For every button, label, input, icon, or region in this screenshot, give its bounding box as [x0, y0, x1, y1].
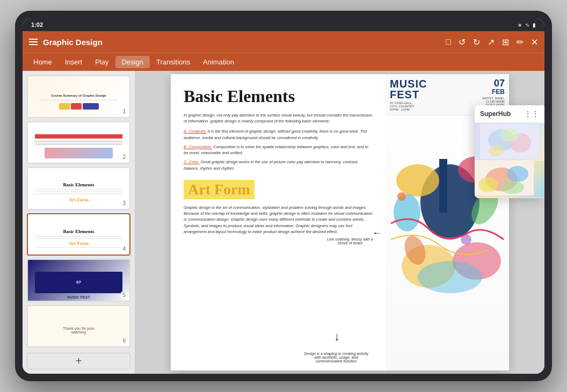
- music-venue: AT STAR HALL,CITY, COUNTRY07PM - 11PM: [390, 101, 427, 111]
- superhub-preview-2: [475, 161, 534, 195]
- art-form-title: Art Form: [184, 180, 255, 199]
- slide-section-composition: B. Composition: Composition is to solve …: [184, 144, 373, 156]
- slide-preview-5: 07 MUSIC FEST: [28, 260, 129, 302]
- creativity-label: A. Creativity:: [184, 129, 207, 134]
- title-bar-left: Graphic Design: [29, 38, 440, 47]
- status-bar: 1:02 ∗ ∿ ▮: [23, 18, 544, 31]
- arrow-down-icon: ↓: [334, 330, 340, 344]
- svg-point-17: [488, 146, 504, 156]
- status-icons: ∗ ∿ ▮: [518, 22, 536, 28]
- main-area: Course Summary of Graphic Design 1: [23, 71, 544, 374]
- slide-preview-2: [28, 122, 129, 164]
- battery-icon: ▮: [533, 22, 536, 28]
- slide-main-title: Basic Elements: [184, 87, 373, 106]
- new-file-icon[interactable]: □: [446, 37, 451, 47]
- title-bar: Graphic Design □ ↺ ↻ ↗ ⊞ ✏ ✕: [23, 31, 544, 53]
- menu-play[interactable]: Play: [89, 56, 115, 68]
- svg-point-4: [394, 194, 420, 231]
- bluetooth-icon: ∗: [518, 22, 522, 28]
- time-display: 1:02: [31, 21, 43, 28]
- canvas-area: Basic Elements In graphic design, not on…: [135, 71, 544, 374]
- color-text: Good graphic design works in the use of …: [184, 159, 358, 170]
- add-slide-button[interactable]: +: [27, 353, 130, 369]
- superhub-item-2[interactable]: [475, 161, 544, 198]
- svg-point-21: [478, 177, 498, 192]
- music-artist-info: ARTIST, BAND,CLUB NAMEGOES HERE: [482, 97, 505, 106]
- annotation-right: Line outlining. Messy with a sense of be…: [323, 237, 377, 245]
- superhub-panel: SuperHub ⋮⋮: [475, 105, 544, 198]
- creativity-text: It is the first element of graphic desig…: [184, 129, 367, 140]
- slide-panel: Course Summary of Graphic Design 1: [23, 71, 135, 374]
- pen-icon[interactable]: ✏: [517, 37, 524, 47]
- slide-thumb-2[interactable]: 2: [27, 121, 130, 164]
- svg-point-7: [418, 261, 482, 293]
- wifi-icon: ∿: [525, 22, 529, 28]
- slide-thumb-1[interactable]: Course Summary of Graphic Design 1: [27, 75, 130, 118]
- slide-section-color: C. Color: Good graphic design works in t…: [184, 159, 373, 171]
- app-title: Graphic Design: [43, 38, 103, 47]
- undo-icon[interactable]: ↺: [459, 37, 466, 47]
- composition-label: B. Composition:: [184, 144, 212, 149]
- superhub-item-1[interactable]: [475, 123, 544, 161]
- superhub-items: [475, 123, 544, 198]
- superhub-header: SuperHub ⋮⋮: [475, 105, 544, 123]
- music-date-block: 07 FEB ARTIST, BAND,CLUB NAMEGOES HERE: [482, 78, 505, 106]
- slide-thumb-5[interactable]: 07 MUSIC FEST 5: [27, 259, 130, 302]
- title-bar-right: □ ↺ ↻ ↗ ⊞ ✏ ✕: [446, 37, 538, 47]
- svg-point-20: [507, 166, 528, 182]
- menu-transitions[interactable]: Transitions: [150, 56, 197, 68]
- menu-design[interactable]: Design: [115, 56, 150, 68]
- music-date-month: FEB: [482, 88, 505, 96]
- music-fest-title: MUSICFEST: [390, 78, 427, 100]
- color-label: C. Color:: [184, 159, 200, 164]
- art-form-body: Graphic design is the art of communicati…: [184, 205, 373, 235]
- slide-content-left: Basic Elements In graphic design, not on…: [171, 74, 386, 371]
- tablet-frame: 1:02 ∗ ∿ ▮ Graphic Design □ ↺ ↻ ↗ ⊞ ✏: [15, 11, 552, 381]
- svg-point-10: [461, 234, 471, 245]
- hamburger-menu[interactable]: [29, 39, 38, 45]
- superhub-preview-1: [480, 124, 539, 159]
- tablet-screen: 1:02 ∗ ∿ ▮ Graphic Design □ ↺ ↻ ↗ ⊞ ✏: [23, 18, 544, 374]
- svg-point-16: [500, 128, 519, 141]
- music-title-block: MUSICFEST AT STAR HALL,CITY, COUNTRY07PM…: [390, 78, 427, 111]
- music-date-day: 07: [482, 78, 505, 88]
- slide-preview-6: Thank you for yourwatching: [28, 306, 129, 348]
- slide-canvas: Basic Elements In graphic design, not on…: [171, 74, 509, 371]
- slide-preview-4: Basic Elements Art Form: [28, 214, 129, 256]
- slide-thumb-6[interactable]: Thank you for yourwatching 6: [27, 305, 130, 348]
- superhub-title: SuperHub: [480, 110, 511, 118]
- share-icon[interactable]: ↗: [488, 37, 495, 47]
- art-form-section: Art Form Graphic design is the art of co…: [184, 180, 373, 235]
- slide-section-creativity: A. Creativity: It is the first element o…: [184, 128, 373, 141]
- svg-point-8: [397, 192, 406, 201]
- arrow-right-icon: ←: [373, 228, 381, 238]
- slide-thumb-3[interactable]: Basic Elements Art Form 3: [27, 167, 130, 210]
- close-icon[interactable]: ✕: [531, 37, 538, 47]
- redo-icon[interactable]: ↻: [473, 37, 480, 47]
- menu-insert[interactable]: Insert: [59, 56, 89, 68]
- menu-animation[interactable]: Animation: [197, 56, 241, 68]
- menu-home[interactable]: Home: [27, 56, 59, 68]
- svg-point-2: [396, 164, 439, 197]
- slide-preview-1: Course Summary of Graphic Design: [28, 76, 129, 118]
- slide-preview-3: Basic Elements Art Form: [28, 168, 129, 210]
- svg-rect-1: [439, 159, 447, 213]
- menu-bar: Home Insert Play Design Transitions Anim…: [23, 53, 544, 71]
- layout-icon[interactable]: ⊞: [502, 37, 509, 47]
- superhub-more-icon[interactable]: ⋮⋮: [524, 110, 539, 118]
- annotation-bottom: Design is a shaping or creating activity…: [304, 352, 368, 363]
- slide-thumb-4[interactable]: Basic Elements Art Form 4: [27, 213, 130, 256]
- slide-intro-text: In graphic design, not only pay attentio…: [184, 112, 373, 125]
- svg-point-22: [500, 181, 524, 194]
